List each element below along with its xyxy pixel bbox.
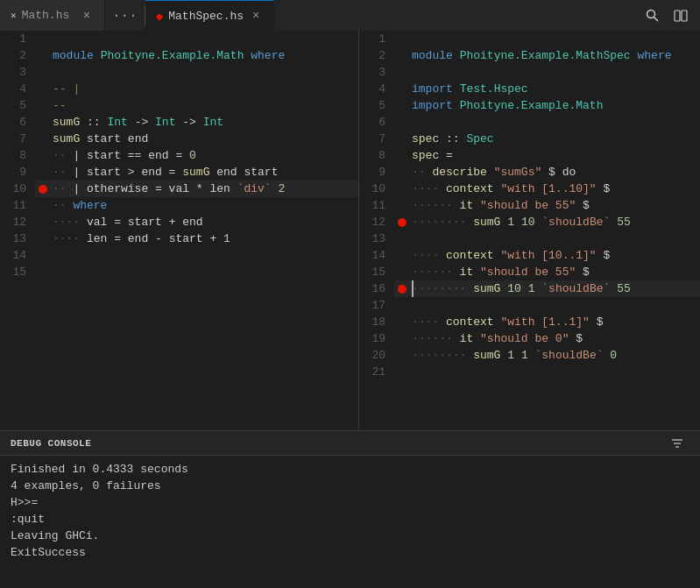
line-number: 14 bbox=[359, 247, 385, 264]
code-text: spec :: Spec bbox=[412, 131, 494, 147]
left-line-numbers: 123456789101112131415 bbox=[0, 31, 35, 430]
code-line: ·· | start > end = sumG end start bbox=[35, 164, 358, 181]
debug-filter-button[interactable] bbox=[665, 431, 689, 456]
line-number: 9 bbox=[0, 164, 26, 181]
code-text: ···· context "with [1..10]" $ bbox=[412, 181, 610, 197]
code-text: ······ it "should be 55" $ bbox=[412, 197, 590, 214]
tab-bar: ✕ Math.hs × ··· ◆ MathSpec.hs × bbox=[0, 0, 700, 31]
line-number: 12 bbox=[0, 214, 26, 230]
code-line: ···· context "with [1..1]" $ bbox=[394, 314, 700, 330]
code-line: module Phoityne.Example.MathSpec where bbox=[394, 47, 700, 64]
code-text: ·· | start > end = sumG end start bbox=[53, 164, 278, 181]
left-editor-panel: 123456789101112131415 module Phoityne.Ex… bbox=[0, 31, 359, 430]
debug-line: :quit bbox=[11, 511, 689, 528]
line-number: 7 bbox=[359, 131, 385, 147]
search-in-editor-button[interactable] bbox=[640, 4, 665, 28]
line-number: 14 bbox=[0, 247, 26, 264]
code-line: ·· where bbox=[35, 197, 358, 214]
debug-line: Finished in 0.4333 seconds bbox=[11, 461, 689, 478]
code-line: ········ sumG 1 10 `shouldBe` 55 bbox=[394, 214, 700, 230]
code-line bbox=[35, 31, 358, 47]
right-editor-panel: 123456789101112131415161718192021 module… bbox=[359, 31, 700, 430]
code-text: module Phoityne.Example.Math where bbox=[53, 47, 285, 64]
code-line: ······ it "should be 55" $ bbox=[394, 197, 700, 214]
code-text: ········ sumG 10 1 `shouldBe` 55 bbox=[412, 280, 631, 297]
code-text: ···· len = end - start + 1 bbox=[53, 230, 230, 247]
code-line bbox=[394, 31, 700, 47]
code-text: ···· val = start + end bbox=[53, 214, 203, 230]
line-number: 8 bbox=[0, 147, 26, 164]
code-line bbox=[394, 297, 700, 314]
code-line bbox=[35, 247, 358, 264]
line-number: 17 bbox=[359, 297, 385, 314]
code-text: ·· describe "sumGs" $ do bbox=[412, 164, 576, 181]
code-line: ···· context "with [10..1]" $ bbox=[394, 247, 700, 264]
code-text: ·· where bbox=[53, 197, 107, 214]
code-text: ···· context "with [1..1]" $ bbox=[412, 314, 603, 330]
debug-console-title: DEBUG CONSOLE bbox=[11, 438, 91, 449]
debug-icons bbox=[665, 431, 689, 456]
split-editor-button[interactable] bbox=[668, 4, 693, 28]
code-line: ·· | start == end = 0 bbox=[35, 147, 358, 164]
code-text: spec = bbox=[412, 147, 453, 164]
code-text: import Phoityne.Example.Math bbox=[412, 97, 603, 114]
line-number: 18 bbox=[359, 314, 385, 330]
code-line: -- bbox=[35, 97, 358, 114]
code-line: -- | bbox=[35, 81, 358, 97]
line-number: 6 bbox=[0, 114, 26, 131]
line-number: 1 bbox=[0, 31, 26, 47]
line-number: 21 bbox=[359, 364, 385, 380]
code-line: ·· describe "sumGs" $ do bbox=[394, 164, 700, 181]
line-number: 8 bbox=[359, 147, 385, 164]
code-line bbox=[394, 114, 700, 131]
code-line: sumG :: Int -> Int -> Int bbox=[35, 114, 358, 131]
debug-line: 4 examples, 0 failures bbox=[11, 478, 689, 494]
breakpoint-indicator bbox=[398, 218, 407, 227]
code-line: import Test.Hspec bbox=[394, 81, 700, 97]
code-line: ···· val = start + end bbox=[35, 214, 358, 230]
line-number: 13 bbox=[359, 230, 385, 247]
svg-rect-2 bbox=[675, 11, 680, 21]
line-number: 15 bbox=[0, 264, 26, 280]
breakpoint-indicator bbox=[398, 285, 407, 294]
tab-mathspec-hs-label: MathSpec.hs bbox=[168, 10, 244, 23]
right-code-content[interactable]: 123456789101112131415161718192021 module… bbox=[359, 31, 700, 430]
left-code-content[interactable]: 123456789101112131415 module Phoityne.Ex… bbox=[0, 31, 358, 430]
code-text: ······ it "should be 55" $ bbox=[412, 264, 590, 280]
line-number: 2 bbox=[359, 47, 385, 64]
line-number: 6 bbox=[359, 114, 385, 131]
code-line bbox=[394, 64, 700, 81]
code-line: ·· | otherwise = val * len `div` 2 bbox=[35, 181, 358, 197]
code-line: ······ it "should be 55" $ bbox=[394, 264, 700, 280]
code-line: ···· context "with [1..10]" $ bbox=[394, 181, 700, 197]
line-number: 11 bbox=[359, 197, 385, 214]
tab-math-hs-close[interactable]: × bbox=[80, 9, 94, 23]
code-text: ·· | otherwise = val * len `div` 2 bbox=[53, 181, 285, 197]
code-line: spec :: Spec bbox=[394, 131, 700, 147]
tab-bar-actions bbox=[633, 0, 700, 31]
breakpoint-indicator bbox=[39, 185, 47, 194]
svg-line-1 bbox=[654, 17, 659, 21]
line-number: 13 bbox=[0, 230, 26, 247]
tab-more-button[interactable]: ··· bbox=[105, 0, 145, 31]
tab-math-hs[interactable]: ✕ Math.hs × bbox=[0, 0, 105, 31]
debug-line: Leaving GHCi. bbox=[11, 528, 689, 544]
right-line-numbers: 123456789101112131415161718192021 bbox=[359, 31, 394, 430]
text-cursor bbox=[412, 280, 414, 297]
code-line: ········ sumG 1 1 `shouldBe` 0 bbox=[394, 347, 700, 364]
code-text: sumG :: Int -> Int -> Int bbox=[53, 114, 223, 131]
code-text: ········ sumG 1 1 `shouldBe` 0 bbox=[412, 347, 617, 364]
line-number: 5 bbox=[0, 97, 26, 114]
line-number: 16 bbox=[359, 280, 385, 297]
code-line bbox=[394, 230, 700, 247]
line-number: 5 bbox=[359, 97, 385, 114]
app-container: ✕ Math.hs × ··· ◆ MathSpec.hs × bbox=[0, 0, 700, 588]
line-number: 7 bbox=[0, 131, 26, 147]
code-line bbox=[394, 364, 700, 380]
tab-mathspec-hs-close[interactable]: × bbox=[249, 9, 263, 23]
line-number: 11 bbox=[0, 197, 26, 214]
code-text: ······ it "should be 0" $ bbox=[412, 330, 583, 347]
line-number: 4 bbox=[0, 81, 26, 97]
tab-math-hs-label: Math.hs bbox=[22, 9, 70, 22]
tab-mathspec-hs[interactable]: ◆ MathSpec.hs × bbox=[145, 0, 274, 31]
